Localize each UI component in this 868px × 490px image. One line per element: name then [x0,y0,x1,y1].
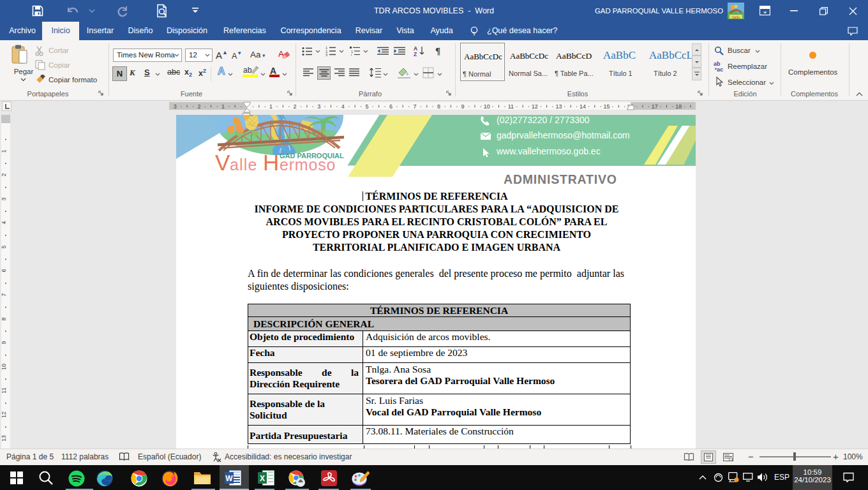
svg-text:7: 7 [1,293,7,296]
svg-text:15: 15 [603,103,610,110]
svg-text:6: 6 [389,103,393,110]
svg-text:3: 3 [326,53,327,56]
svg-text:7: 7 [413,103,416,110]
svg-text:3: 3 [317,103,320,110]
svg-text:1: 1 [1,149,7,152]
svg-text:9: 9 [1,341,7,344]
svg-text:1: 1 [221,103,225,110]
svg-text:alle: alle [230,156,258,174]
svg-text:12: 12 [1,412,7,418]
svg-text:2: 2 [197,103,200,110]
svg-text:Z: Z [414,51,417,57]
svg-text:gadprvallehermoso@hotmail.com: gadprvallehermoso@hotmail.com [497,130,630,140]
svg-text:10: 10 [484,103,490,110]
svg-text:ac: ac [717,66,723,72]
svg-text:13: 13 [555,103,562,110]
svg-text:18: 18 [675,103,682,110]
svg-text:10: 10 [1,364,7,370]
svg-text:3: 3 [174,103,177,110]
svg-text:13: 13 [1,435,7,442]
svg-text:i: i [351,53,352,56]
svg-text:W: W [225,474,233,483]
svg-text:4: 4 [341,103,345,110]
svg-text:1: 1 [269,103,273,110]
svg-text:14: 14 [580,103,586,110]
svg-text:12: 12 [532,103,538,110]
svg-text:(02)2773220 / 2773300: (02)2773220 / 2773300 [497,115,590,125]
svg-text:5: 5 [365,103,368,110]
svg-text:11: 11 [508,103,514,110]
svg-text:4: 4 [1,221,7,224]
svg-text:17: 17 [652,103,658,110]
svg-text:Valle: Valle [732,15,741,19]
svg-text:X: X [260,474,265,483]
svg-text:www.vallehermoso.gob.ec: www.vallehermoso.gob.ec [496,146,601,156]
svg-text:5: 5 [1,245,7,248]
svg-text:3: 3 [1,197,7,200]
svg-text:V: V [215,150,230,175]
svg-text:6: 6 [1,269,7,272]
svg-text:8: 8 [1,317,7,320]
svg-text:2: 2 [1,173,7,176]
svg-text:11: 11 [1,387,7,393]
svg-text:9: 9 [461,103,465,110]
svg-text:H: H [263,150,279,175]
svg-text:2: 2 [294,103,297,110]
svg-text:8: 8 [437,103,440,110]
svg-text:ermoso: ermoso [280,156,336,174]
